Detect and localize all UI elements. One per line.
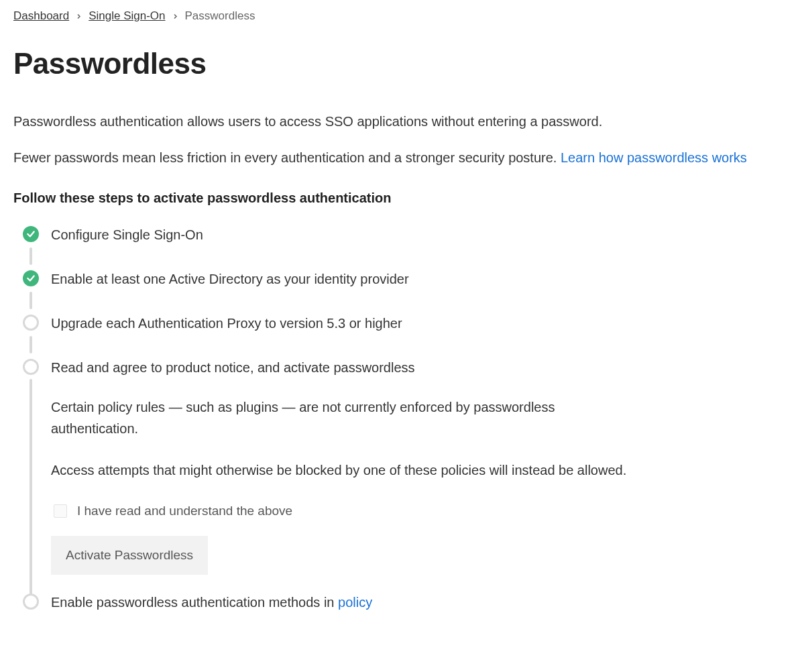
breadcrumb-link-sso[interactable]: Single Sign-On bbox=[89, 9, 165, 23]
steps-heading: Follow these steps to activate passwordl… bbox=[13, 190, 785, 206]
step-connector bbox=[30, 379, 32, 595]
step-3: Upgrade each Authentication Proxy to ver… bbox=[23, 315, 785, 359]
check-icon bbox=[23, 270, 39, 286]
activate-passwordless-button[interactable]: Activate Passwordless bbox=[51, 536, 208, 575]
acknowledge-label[interactable]: I have read and understand the above bbox=[77, 501, 292, 521]
step-title: Enable passwordless authentication metho… bbox=[51, 594, 785, 611]
step-connector bbox=[30, 292, 32, 309]
chevron-right-icon bbox=[172, 11, 178, 21]
acknowledge-checkbox[interactable] bbox=[54, 504, 67, 518]
step-2: Enable at least one Active Directory as … bbox=[23, 270, 785, 315]
circle-icon bbox=[23, 359, 39, 375]
acknowledge-row: I have read and understand the above bbox=[51, 501, 634, 521]
step-title-text: Enable passwordless authentication metho… bbox=[51, 595, 338, 610]
step-title: Upgrade each Authentication Proxy to ver… bbox=[51, 315, 785, 332]
check-icon bbox=[23, 226, 39, 242]
step-body: Certain policy rules — such as plugins —… bbox=[51, 376, 634, 575]
chevron-right-icon bbox=[76, 11, 82, 21]
steps-list: Configure Single Sign-On Enable at least… bbox=[13, 226, 785, 612]
step-5: Enable passwordless authentication metho… bbox=[23, 594, 785, 612]
step-title: Configure Single Sign-On bbox=[51, 226, 785, 243]
breadcrumb-link-dashboard[interactable]: Dashboard bbox=[13, 9, 69, 23]
step-connector bbox=[30, 336, 32, 353]
intro-paragraph-2: Fewer passwords mean less friction in ev… bbox=[13, 148, 785, 168]
step-4: Read and agree to product notice, and ac… bbox=[23, 359, 785, 594]
intro-paragraph-1: Passwordless authentication allows users… bbox=[13, 111, 785, 131]
circle-icon bbox=[23, 594, 39, 610]
learn-more-link[interactable]: Learn how passwordless works bbox=[561, 150, 747, 165]
policy-link[interactable]: policy bbox=[338, 595, 372, 610]
intro-text: Fewer passwords mean less friction in ev… bbox=[13, 150, 561, 165]
circle-icon bbox=[23, 315, 39, 331]
breadcrumb: Dashboard Single Sign-On Passwordless bbox=[13, 9, 785, 23]
notice-paragraph-2: Access attempts that might otherwise be … bbox=[51, 459, 634, 481]
step-title: Read and agree to product notice, and ac… bbox=[51, 359, 785, 376]
page-title: Passwordless bbox=[13, 47, 785, 80]
notice-paragraph-1: Certain policy rules — such as plugins —… bbox=[51, 396, 634, 439]
step-connector bbox=[30, 247, 32, 265]
step-title: Enable at least one Active Directory as … bbox=[51, 270, 785, 288]
breadcrumb-current: Passwordless bbox=[185, 9, 255, 23]
step-1: Configure Single Sign-On bbox=[23, 226, 785, 270]
